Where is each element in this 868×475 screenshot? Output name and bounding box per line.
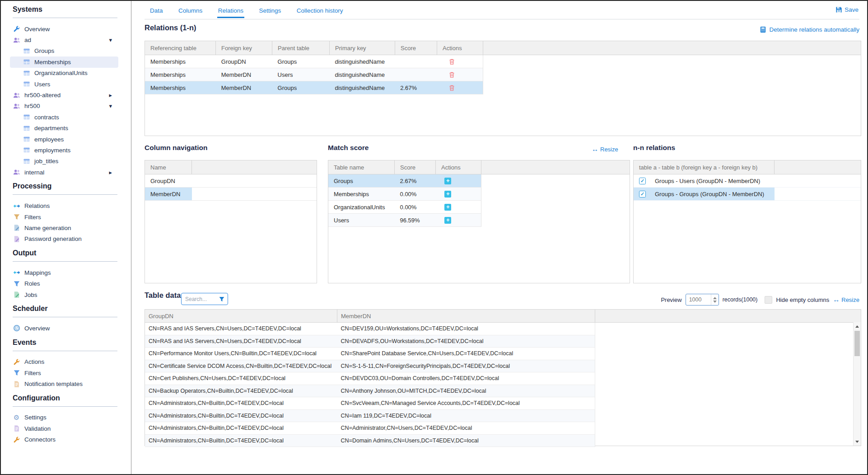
- match-score-row[interactable]: Groups 2.67%: [328, 174, 481, 188]
- add-relation-icon[interactable]: [444, 191, 451, 198]
- sidebar-item[interactable]: Overview: [10, 24, 118, 34]
- funnel-icon: [13, 280, 20, 287]
- match-score-row[interactable]: OrganizationalUnits 0.00%: [328, 201, 481, 214]
- resize-icon: [833, 296, 840, 303]
- match-score-row[interactable]: Users 96.59%: [328, 214, 481, 227]
- resize-label: Resize: [841, 296, 859, 303]
- add-relation-icon[interactable]: [444, 178, 451, 184]
- table-data-row[interactable]: CN=Cert Publishers,CN=Users,DC=T4EDEV,DC…: [145, 372, 595, 385]
- chevron-down-icon[interactable]: ▾: [109, 103, 112, 109]
- sidebar-item[interactable]: Connectors: [10, 434, 118, 445]
- sidebar-item[interactable]: departments: [10, 123, 118, 134]
- delete-icon[interactable]: [448, 71, 455, 78]
- sidebar-item[interactable]: Validation: [10, 423, 118, 434]
- checkbox-checked-icon[interactable]: [639, 191, 646, 198]
- sidebar-item[interactable]: Filters: [10, 367, 118, 378]
- match-score-table: Table name Score Actions Groups 2.67% Me…: [328, 160, 630, 283]
- table-icon: [23, 80, 30, 88]
- preview-label: Preview: [661, 296, 681, 303]
- relation-row[interactable]: Memberships MemberDN Users distinguished…: [145, 68, 483, 81]
- scrollbar-thumb[interactable]: [854, 331, 860, 356]
- delete-icon[interactable]: [448, 58, 455, 65]
- column-row[interactable]: GroupDN: [145, 174, 317, 188]
- vertical-scrollbar[interactable]: [853, 322, 861, 446]
- table-icon: [23, 146, 30, 154]
- resize-button[interactable]: Resize: [833, 296, 859, 303]
- sidebar-item[interactable]: Users: [10, 79, 118, 89]
- sidebar-item[interactable]: Mappings: [10, 267, 118, 278]
- nn-relation-row[interactable]: Groups - Groups (GroupDN - MemberDN): [634, 188, 861, 201]
- sidebar-item[interactable]: Relations: [10, 200, 118, 211]
- table-data-row[interactable]: CN=Administrators,CN=Builtin,DC=T4EDEV,D…: [145, 397, 595, 410]
- clock-icon: [13, 325, 20, 332]
- tab[interactable]: Columns: [177, 5, 203, 18]
- sidebar-item[interactable]: OrganizationalUnits: [10, 68, 118, 79]
- add-relation-icon[interactable]: [444, 204, 451, 211]
- wrench-icon: [13, 25, 20, 33]
- sidebar-item[interactable]: Groups: [10, 46, 118, 56]
- preview-count-input[interactable]: [686, 294, 719, 306]
- scroll-down-icon[interactable]: [854, 439, 861, 444]
- spin-up-icon[interactable]: [713, 297, 717, 299]
- sidebar-item[interactable]: Filters: [10, 212, 118, 222]
- sidebar-item[interactable]: Name generation: [10, 222, 118, 233]
- sidebar-item[interactable]: Jobs: [10, 289, 118, 300]
- filter-funnel-icon[interactable]: [219, 296, 225, 302]
- sidebar-section: Events Actions Filters: [13, 339, 131, 390]
- scroll-up-icon[interactable]: [854, 324, 861, 329]
- sidebar-item[interactable]: Actions: [10, 357, 118, 367]
- column-header: Table name: [328, 160, 395, 174]
- match-score-title: Match score: [328, 144, 369, 152]
- relations-section-title: Relations (1-n): [145, 24, 196, 32]
- table-data-row[interactable]: CN=RAS and IAS Servers,CN=Users,DC=T4EDE…: [145, 335, 595, 348]
- sidebar-item[interactable]: Overview: [10, 323, 118, 334]
- sidebar-item[interactable]: hr500 ▾: [10, 101, 118, 112]
- match-score-row[interactable]: Memberships 0.00%: [328, 188, 481, 201]
- determine-relations-button[interactable]: Determine relations automatically: [760, 26, 859, 33]
- chevron-down-icon[interactable]: ▾: [109, 37, 112, 43]
- table-data-row[interactable]: CN=RAS and IAS Servers,CN=Users,DC=T4EDE…: [145, 323, 595, 335]
- sidebar-item[interactable]: Password generation: [10, 234, 118, 245]
- sidebar-section-title: Processing: [13, 182, 117, 195]
- delete-icon[interactable]: [448, 85, 455, 91]
- table-data-row[interactable]: CN=Backup Operators,CN=Builtin,DC=T4EDEV…: [145, 385, 595, 398]
- table-data-row[interactable]: CN=Administrators,CN=Builtin,DC=T4EDEV,D…: [145, 410, 595, 423]
- sidebar-item[interactable]: contracts: [10, 112, 118, 122]
- sidebar-item[interactable]: ad ▾: [10, 34, 118, 45]
- calculator-icon: [760, 26, 766, 33]
- search-input[interactable]: [181, 293, 228, 305]
- tab[interactable]: Data: [149, 5, 164, 18]
- resize-button[interactable]: Resize: [592, 146, 618, 153]
- header-filler: [192, 160, 317, 174]
- sidebar-item[interactable]: employees: [10, 134, 118, 145]
- spin-down-icon[interactable]: [713, 301, 717, 303]
- sidebar-item[interactable]: Roles: [10, 278, 118, 289]
- table-data-row[interactable]: CN=Certificate Service DCOM Access,CN=Bu…: [145, 360, 595, 373]
- column-row[interactable]: MemberDN: [145, 188, 317, 201]
- search-field[interactable]: [184, 296, 219, 303]
- sidebar-item[interactable]: Notification templates: [10, 378, 118, 389]
- table-data-row[interactable]: CN=Administrators,CN=Builtin,DC=T4EDEV,D…: [145, 435, 595, 447]
- tab[interactable]: Relations: [217, 5, 244, 18]
- sidebar-item[interactable]: Memberships: [10, 56, 118, 67]
- hide-empty-columns-checkbox[interactable]: [765, 296, 772, 304]
- sidebar-item[interactable]: internal ▸: [10, 167, 118, 178]
- table-data-row[interactable]: CN=Performance Monitor Users,CN=Builtin,…: [145, 348, 595, 360]
- sidebar-item[interactable]: job_titles: [10, 156, 118, 167]
- relation-row[interactable]: Memberships GroupDN Groups distinguished…: [145, 55, 483, 68]
- tab[interactable]: Collection history: [296, 5, 344, 18]
- sidebar-item[interactable]: employments: [10, 145, 118, 155]
- preview-count-field[interactable]: [686, 296, 711, 303]
- table-data-row[interactable]: CN=Administrators,CN=Builtin,DC=T4EDEV,D…: [145, 422, 595, 435]
- sidebar-item[interactable]: hr500-altered ▸: [10, 89, 118, 100]
- chevron-right-icon[interactable]: ▸: [109, 92, 112, 98]
- relation-row[interactable]: Memberships MemberDN Groups distinguishe…: [145, 81, 483, 94]
- nn-relation-row[interactable]: Groups - Users (GroupDN - MemberDN): [634, 174, 861, 188]
- save-button[interactable]: Save: [835, 6, 859, 13]
- wrench-icon: [13, 436, 20, 443]
- chevron-right-icon[interactable]: ▸: [109, 169, 112, 175]
- checkbox-checked-icon[interactable]: [639, 178, 646, 184]
- sidebar-item[interactable]: ⚙ Settings: [10, 412, 118, 423]
- tab[interactable]: Settings: [258, 5, 282, 18]
- add-relation-icon[interactable]: [444, 217, 451, 224]
